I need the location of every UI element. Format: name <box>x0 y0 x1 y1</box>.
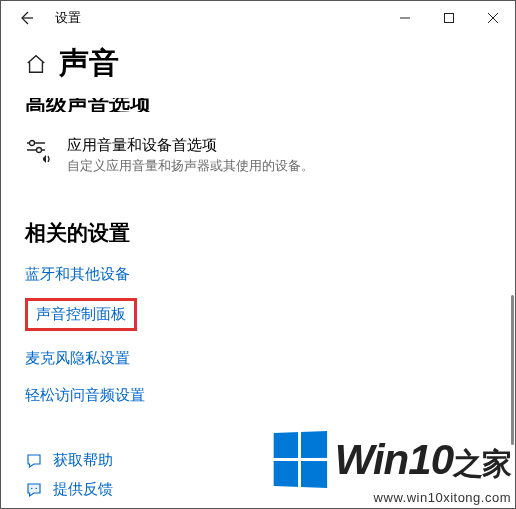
link-feedback[interactable]: 提供反馈 <box>53 480 113 499</box>
svg-point-6 <box>30 141 35 146</box>
svg-point-10 <box>36 487 38 489</box>
svg-point-8 <box>37 148 42 153</box>
svg-point-9 <box>31 487 33 489</box>
page-title-row: 声音 <box>25 43 497 84</box>
feedback-icon <box>25 481 43 499</box>
sliders-volume-icon <box>25 138 53 175</box>
titlebar: 设置 <box>1 1 515 35</box>
link-bluetooth-devices[interactable]: 蓝牙和其他设备 <box>25 265 130 284</box>
link-mic-privacy[interactable]: 麦克风隐私设置 <box>25 349 130 368</box>
app-volume-option[interactable]: 应用音量和设备首选项 自定义应用音量和扬声器或其使用的设备。 <box>25 136 497 175</box>
advanced-heading-cropped: 高级声音选项 <box>25 98 497 112</box>
maximize-button[interactable] <box>427 3 471 33</box>
minimize-button[interactable] <box>383 3 427 33</box>
titlebar-title: 设置 <box>55 9 81 27</box>
link-get-help[interactable]: 获取帮助 <box>53 451 113 470</box>
home-icon[interactable] <box>25 53 47 75</box>
content-area: 声音 高级声音选项 应用音量和设备首选项 自定义应用音量和扬声器或其使用的设备。… <box>1 35 515 508</box>
help-icon <box>25 452 43 470</box>
related-settings-heading: 相关的设置 <box>25 219 497 247</box>
close-icon <box>487 12 499 24</box>
option-description: 自定义应用音量和扬声器或其使用的设备。 <box>67 157 314 175</box>
link-sound-control-panel[interactable]: 声音控制面板 <box>36 305 126 324</box>
related-links: 蓝牙和其他设备 声音控制面板 麦克风隐私设置 轻松访问音频设置 <box>25 247 497 405</box>
page-title: 声音 <box>59 43 119 84</box>
svg-rect-2 <box>445 14 454 23</box>
back-button[interactable] <box>11 3 41 33</box>
settings-window: 设置 声音 高级声音选项 <box>0 0 516 509</box>
arrow-left-icon <box>18 10 34 26</box>
scrollbar-thumb[interactable] <box>511 295 514 445</box>
footer-links: 获取帮助 提供反馈 <box>25 451 497 499</box>
link-ease-audio[interactable]: 轻松访问音频设置 <box>25 386 145 405</box>
close-button[interactable] <box>471 3 515 33</box>
maximize-icon <box>443 12 455 24</box>
minimize-icon <box>399 12 411 24</box>
highlight-box: 声音控制面板 <box>25 298 137 331</box>
option-title: 应用音量和设备首选项 <box>67 136 314 155</box>
